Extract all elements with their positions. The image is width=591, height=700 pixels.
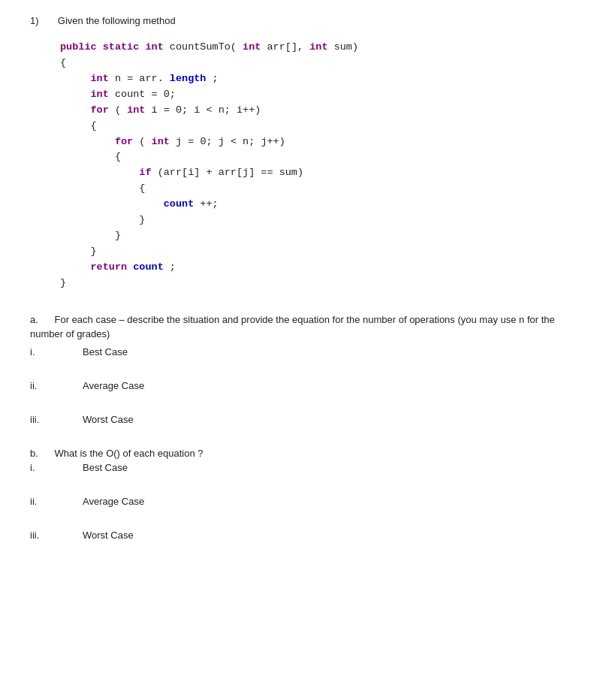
part-b-header: b. What is the O() of each equation ?	[30, 448, 561, 459]
kw-static: static	[103, 41, 140, 53]
kw-int-ret: int	[145, 41, 163, 53]
part-b-best-case: Best Case	[83, 462, 128, 473]
part-b-item-iii: iii. Worst Case	[30, 530, 561, 541]
code-line-16: }	[60, 276, 561, 291]
question-number: 1) Given the following method	[30, 15, 561, 26]
part-a-average-case: Average Case	[83, 380, 144, 391]
part-b-worst-case: Worst Case	[83, 530, 134, 541]
part-b-average-case: Average Case	[83, 496, 144, 507]
part-b-item-i: i. Best Case	[30, 462, 561, 473]
part-a-worst-case: Worst Case	[83, 414, 134, 425]
code-line-7: for ( int j = 0; j < n; j++)	[60, 134, 561, 150]
code-line-15: return count ;	[60, 260, 561, 276]
part-a-item-ii: ii. Average Case	[30, 380, 561, 391]
part-a-label: a.	[30, 314, 38, 325]
code-line-6: {	[60, 119, 561, 134]
part-b-roman-2: ii.	[30, 496, 83, 507]
part-b-label: b.	[30, 448, 38, 459]
part-b-item-ii: ii. Average Case	[30, 496, 561, 507]
part-b-roman-3: iii.	[30, 530, 83, 541]
part-a-text: For each case – describe the situation a…	[30, 314, 555, 340]
kw-length: length	[170, 73, 207, 84]
code-block: public static int countSumTo( int arr[],…	[30, 34, 561, 297]
part-a-item-iii: iii. Worst Case	[30, 414, 561, 425]
kw-if: if	[139, 167, 151, 178]
code-line-8: {	[60, 149, 561, 165]
kw-for2: for	[115, 136, 133, 147]
part-a-roman-2: ii.	[30, 380, 83, 391]
part-a-header: a. For each case – describe the situatio…	[30, 312, 561, 342]
code-line-9: if (arr[i] + arr[j] == sum)	[60, 165, 561, 181]
part-a-section: a. For each case – describe the situatio…	[30, 312, 561, 425]
kw-int-j: int	[152, 136, 170, 147]
kw-for1: for	[91, 104, 109, 116]
code-line-4: int count = 0;	[60, 87, 561, 103]
code-line-2: {	[60, 56, 561, 71]
kw-int-count: int	[91, 89, 109, 100]
kw-int-param1: int	[243, 41, 261, 53]
kw-int-param2: int	[309, 41, 327, 53]
part-b-text: What is the O() of each equation ?	[55, 448, 204, 459]
given-text: Given the following method	[58, 15, 176, 26]
code-line-3: int n = arr. length ;	[60, 71, 561, 87]
code-line-12: }	[60, 213, 561, 228]
kw-int-i: int	[127, 104, 145, 116]
kw-count-pp: count	[164, 198, 194, 210]
code-line-5: for ( int i = 0; i < n; i++)	[60, 103, 561, 119]
part-a-best-case: Best Case	[83, 346, 128, 358]
code-line-14: }	[60, 244, 561, 260]
code-line-13: }	[60, 228, 561, 244]
kw-int-n: int	[91, 73, 109, 84]
kw-public: public	[60, 41, 97, 53]
part-b-roman-1: i.	[30, 462, 83, 473]
q-number: 1)	[30, 15, 39, 26]
part-a-roman-3: iii.	[30, 414, 83, 425]
part-a-roman-1: i.	[30, 346, 83, 358]
code-line-11: count ++;	[60, 197, 561, 213]
code-line-1: public static int countSumTo( int arr[],…	[60, 40, 561, 56]
kw-count-ret: count	[133, 261, 164, 273]
part-b-section: b. What is the O() of each equation ? i.…	[30, 448, 561, 541]
kw-return: return	[91, 261, 128, 273]
part-a-item-i: i. Best Case	[30, 346, 561, 358]
code-line-10: {	[60, 181, 561, 197]
